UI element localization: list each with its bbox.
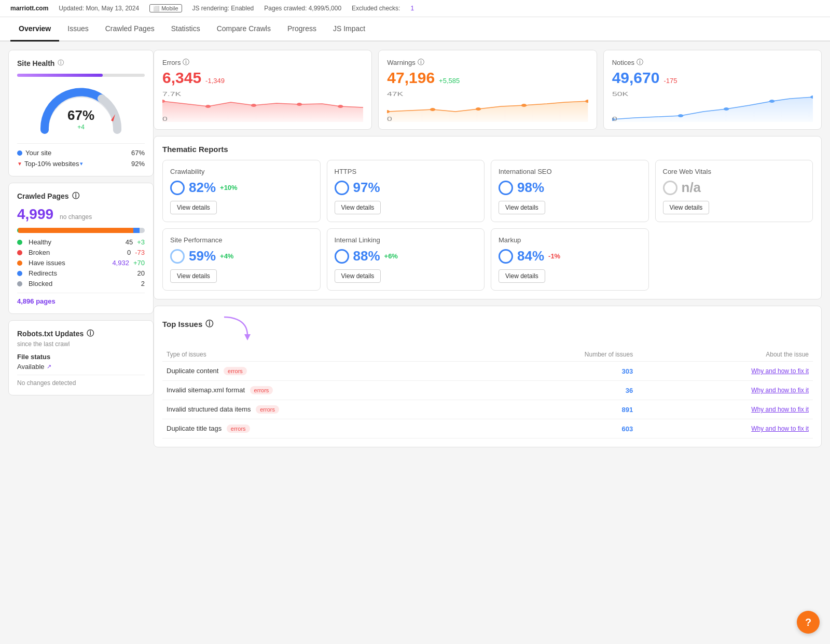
main-layout: Site Health ⓘ 67% +4 [0, 42, 830, 644]
pages-link[interactable]: 4,896 pages [17, 297, 56, 305]
site-performance-view-btn[interactable]: View details [170, 269, 217, 283]
stat-broken: Broken 0 -73 [17, 249, 145, 256]
crawlability-score: 82% +10% [170, 180, 313, 196]
errors-value: 6,345 [162, 69, 201, 87]
gauge-container: 67% +4 [17, 83, 145, 135]
nav-compare-crawls[interactable]: Compare Crawls [209, 17, 279, 42]
crawled-pages-info-icon[interactable]: ⓘ [72, 191, 79, 201]
file-status-label: File status [17, 353, 145, 361]
pb-gray [140, 228, 145, 233]
report-markup: Markup 84% -1% View details [491, 228, 649, 291]
issue-count-duplicate-titles: 603 [486, 419, 637, 439]
top-issues-section: Top Issues ⓘ Type of issues Number of is… [154, 306, 822, 447]
markup-change: -1% [548, 252, 560, 260]
warnings-info-icon[interactable]: ⓘ [418, 58, 424, 67]
top10-chevron-icon[interactable]: ▾ [80, 160, 83, 167]
svg-text:47K: 47K [387, 91, 404, 97]
internal-linking-view-btn[interactable]: View details [335, 269, 381, 283]
errors-label: Errors ⓘ [162, 58, 363, 67]
crawlability-view-btn[interactable]: View details [170, 201, 217, 214]
broken-dot [17, 250, 22, 255]
international-seo-view-btn[interactable]: View details [499, 201, 545, 214]
pink-arrow-annotation [222, 314, 253, 340]
report-internal-linking: Internal Linking 88% +6% View details [327, 228, 485, 291]
issue-link-duplicate-content[interactable]: Why and how to fix it [637, 362, 813, 381]
internal-linking-name: Internal Linking [335, 236, 477, 244]
nav-progress[interactable]: Progress [279, 17, 325, 42]
no-changes-label: no changes [60, 213, 92, 221]
svg-text:0: 0 [162, 116, 168, 122]
issue-link-structured-data[interactable]: Why and how to fix it [637, 400, 813, 419]
site-health-card: Site Health ⓘ 67% +4 [8, 50, 154, 176]
excluded-count[interactable]: 1 [410, 5, 414, 12]
nav-issues[interactable]: Issues [59, 17, 96, 42]
empty-report-slot [655, 228, 813, 291]
badge-errors-3: errors [256, 405, 279, 414]
svg-point-19 [677, 114, 683, 117]
redirects-dot [17, 271, 22, 276]
svg-point-12 [476, 107, 481, 111]
report-https: HTTPS 97% View details [327, 160, 485, 222]
your-site-label: Your site [25, 149, 51, 157]
health-bar [17, 74, 103, 77]
robots-info-icon[interactable]: ⓘ [87, 329, 94, 338]
pb-orange [18, 228, 133, 233]
warnings-change: +5,585 [439, 77, 460, 85]
notices-info-icon[interactable]: ⓘ [637, 58, 643, 67]
markup-view-btn[interactable]: View details [499, 269, 545, 283]
nav-bar: Overview Issues Crawled Pages Statistics… [0, 17, 830, 42]
legend-your-site: Your site 67% [17, 149, 145, 157]
top-bar: marriott.com Updated: Mon, May 13, 2024 … [0, 0, 830, 17]
issue-row-structured-data: Invalid structured data items errors 891… [162, 400, 813, 419]
internal-linking-circle-icon [335, 249, 349, 264]
help-button[interactable]: ? [797, 611, 820, 634]
crawled-count-row: 4,999 no changes [17, 206, 145, 223]
crawlability-name: Crawlability [170, 168, 313, 175]
nav-statistics[interactable]: Statistics [163, 17, 209, 42]
stat-healthy: Healthy 45 +3 [17, 238, 145, 246]
https-circle-icon [335, 181, 349, 195]
nav-overview[interactable]: Overview [10, 17, 59, 42]
excluded-label: Excluded checks: [352, 5, 400, 12]
errors-info-icon[interactable]: ⓘ [183, 58, 189, 67]
core-web-vitals-view-btn[interactable]: View details [663, 201, 710, 214]
pb-blue [133, 228, 140, 233]
top-issues-info-icon[interactable]: ⓘ [205, 319, 213, 329]
https-view-btn[interactable]: View details [335, 201, 381, 214]
ext-link-icon[interactable]: ↗ [47, 363, 51, 370]
health-bar-container [17, 74, 145, 77]
reports-row-2: Site Performance 59% +4% View details In… [162, 228, 813, 291]
report-site-performance: Site Performance 59% +4% View details [162, 228, 321, 291]
warnings-value: 47,196 [387, 69, 435, 87]
issues-dot [17, 261, 22, 266]
https-name: HTTPS [335, 168, 477, 175]
svg-text:7.7K: 7.7K [162, 91, 182, 97]
your-site-value: 67% [131, 149, 145, 157]
issue-name-sitemap: Invalid sitemap.xml format errors [162, 381, 486, 400]
site-health-info-icon[interactable]: ⓘ [58, 59, 64, 67]
nav-crawled-pages[interactable]: Crawled Pages [97, 17, 163, 42]
internal-linking-score: 88% +6% [335, 248, 477, 264]
notices-change: -175 [663, 77, 677, 85]
device-badge[interactable]: Mobile [149, 4, 182, 12]
issue-link-sitemap[interactable]: Why and how to fix it [637, 381, 813, 400]
crawlability-change: +10% [220, 184, 238, 191]
errors-card: Errors ⓘ 6,345 -1,349 [154, 50, 372, 130]
svg-marker-9 [387, 101, 588, 122]
badge-errors-1: errors [224, 367, 247, 375]
svg-marker-17 [612, 97, 813, 122]
site-performance-name: Site Performance [170, 236, 313, 244]
site-name: marriott.com [10, 5, 48, 12]
issue-count-sitemap: 36 [486, 381, 637, 400]
issue-link-duplicate-titles[interactable]: Why and how to fix it [637, 419, 813, 439]
international-seo-name: International SEO [499, 168, 641, 175]
site-performance-change: +4% [220, 252, 233, 260]
nav-js-impact[interactable]: JS Impact [325, 17, 374, 42]
report-international-seo: International SEO 98% View details [491, 160, 649, 222]
svg-text:50K: 50K [612, 91, 629, 97]
col-about: About the issue [637, 348, 813, 362]
issue-row-sitemap: Invalid sitemap.xml format errors 36 Why… [162, 381, 813, 400]
top10-icon: ▼ [17, 161, 22, 167]
file-available: Available ↗ [17, 363, 145, 371]
crawled-progress-bar [17, 228, 145, 233]
